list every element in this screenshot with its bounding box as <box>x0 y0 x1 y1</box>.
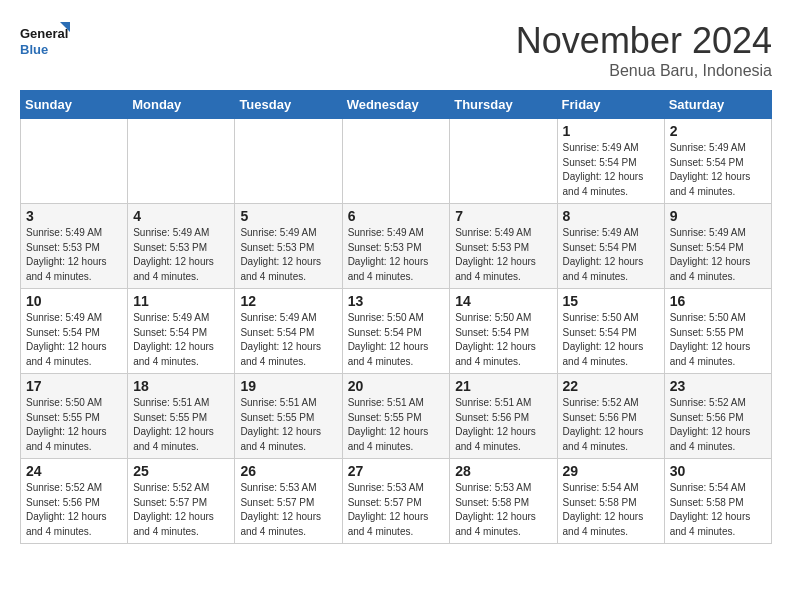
day-number: 13 <box>348 293 445 309</box>
calendar-cell: 29Sunrise: 5:54 AMSunset: 5:58 PMDayligh… <box>557 459 664 544</box>
day-number: 24 <box>26 463 122 479</box>
calendar-cell: 20Sunrise: 5:51 AMSunset: 5:55 PMDayligh… <box>342 374 450 459</box>
calendar-cell: 8Sunrise: 5:49 AMSunset: 5:54 PMDaylight… <box>557 204 664 289</box>
day-info: Sunrise: 5:50 AMSunset: 5:54 PMDaylight:… <box>455 311 551 369</box>
calendar-cell <box>128 119 235 204</box>
day-number: 16 <box>670 293 766 309</box>
day-number: 7 <box>455 208 551 224</box>
day-number: 28 <box>455 463 551 479</box>
day-number: 5 <box>240 208 336 224</box>
day-number: 17 <box>26 378 122 394</box>
day-info: Sunrise: 5:53 AMSunset: 5:57 PMDaylight:… <box>240 481 336 539</box>
day-info: Sunrise: 5:49 AMSunset: 5:53 PMDaylight:… <box>240 226 336 284</box>
day-number: 1 <box>563 123 659 139</box>
day-info: Sunrise: 5:49 AMSunset: 5:54 PMDaylight:… <box>670 226 766 284</box>
calendar-cell: 13Sunrise: 5:50 AMSunset: 5:54 PMDayligh… <box>342 289 450 374</box>
calendar-cell: 17Sunrise: 5:50 AMSunset: 5:55 PMDayligh… <box>21 374 128 459</box>
calendar-week-3: 10Sunrise: 5:49 AMSunset: 5:54 PMDayligh… <box>21 289 772 374</box>
weekday-header-tuesday: Tuesday <box>235 91 342 119</box>
day-info: Sunrise: 5:54 AMSunset: 5:58 PMDaylight:… <box>563 481 659 539</box>
page-header: General Blue November 2024 Benua Baru, I… <box>20 20 772 80</box>
day-info: Sunrise: 5:49 AMSunset: 5:53 PMDaylight:… <box>133 226 229 284</box>
weekday-header-wednesday: Wednesday <box>342 91 450 119</box>
day-number: 30 <box>670 463 766 479</box>
day-number: 12 <box>240 293 336 309</box>
day-number: 20 <box>348 378 445 394</box>
day-number: 19 <box>240 378 336 394</box>
calendar-cell: 25Sunrise: 5:52 AMSunset: 5:57 PMDayligh… <box>128 459 235 544</box>
day-number: 26 <box>240 463 336 479</box>
day-info: Sunrise: 5:49 AMSunset: 5:54 PMDaylight:… <box>563 141 659 199</box>
day-number: 15 <box>563 293 659 309</box>
day-info: Sunrise: 5:52 AMSunset: 5:56 PMDaylight:… <box>26 481 122 539</box>
weekday-header-saturday: Saturday <box>664 91 771 119</box>
day-info: Sunrise: 5:49 AMSunset: 5:54 PMDaylight:… <box>240 311 336 369</box>
month-title: November 2024 <box>516 20 772 62</box>
calendar-cell: 4Sunrise: 5:49 AMSunset: 5:53 PMDaylight… <box>128 204 235 289</box>
title-block: November 2024 Benua Baru, Indonesia <box>516 20 772 80</box>
day-number: 25 <box>133 463 229 479</box>
location-subtitle: Benua Baru, Indonesia <box>516 62 772 80</box>
day-number: 4 <box>133 208 229 224</box>
calendar-cell: 19Sunrise: 5:51 AMSunset: 5:55 PMDayligh… <box>235 374 342 459</box>
calendar-cell: 21Sunrise: 5:51 AMSunset: 5:56 PMDayligh… <box>450 374 557 459</box>
day-info: Sunrise: 5:49 AMSunset: 5:54 PMDaylight:… <box>670 141 766 199</box>
day-info: Sunrise: 5:49 AMSunset: 5:53 PMDaylight:… <box>26 226 122 284</box>
calendar-cell: 15Sunrise: 5:50 AMSunset: 5:54 PMDayligh… <box>557 289 664 374</box>
calendar-cell: 7Sunrise: 5:49 AMSunset: 5:53 PMDaylight… <box>450 204 557 289</box>
calendar-cell <box>21 119 128 204</box>
calendar-cell: 26Sunrise: 5:53 AMSunset: 5:57 PMDayligh… <box>235 459 342 544</box>
day-info: Sunrise: 5:49 AMSunset: 5:54 PMDaylight:… <box>133 311 229 369</box>
calendar-cell <box>235 119 342 204</box>
day-number: 23 <box>670 378 766 394</box>
svg-text:Blue: Blue <box>20 42 48 57</box>
calendar-cell <box>342 119 450 204</box>
calendar-cell: 10Sunrise: 5:49 AMSunset: 5:54 PMDayligh… <box>21 289 128 374</box>
weekday-header-sunday: Sunday <box>21 91 128 119</box>
day-number: 9 <box>670 208 766 224</box>
calendar-table: SundayMondayTuesdayWednesdayThursdayFrid… <box>20 90 772 544</box>
day-info: Sunrise: 5:51 AMSunset: 5:55 PMDaylight:… <box>240 396 336 454</box>
calendar-cell: 16Sunrise: 5:50 AMSunset: 5:55 PMDayligh… <box>664 289 771 374</box>
day-info: Sunrise: 5:52 AMSunset: 5:56 PMDaylight:… <box>563 396 659 454</box>
weekday-header-friday: Friday <box>557 91 664 119</box>
calendar-cell: 12Sunrise: 5:49 AMSunset: 5:54 PMDayligh… <box>235 289 342 374</box>
day-info: Sunrise: 5:49 AMSunset: 5:54 PMDaylight:… <box>563 226 659 284</box>
day-number: 8 <box>563 208 659 224</box>
day-info: Sunrise: 5:51 AMSunset: 5:55 PMDaylight:… <box>133 396 229 454</box>
day-number: 6 <box>348 208 445 224</box>
day-info: Sunrise: 5:54 AMSunset: 5:58 PMDaylight:… <box>670 481 766 539</box>
weekday-header-row: SundayMondayTuesdayWednesdayThursdayFrid… <box>21 91 772 119</box>
day-number: 10 <box>26 293 122 309</box>
day-info: Sunrise: 5:53 AMSunset: 5:58 PMDaylight:… <box>455 481 551 539</box>
day-number: 27 <box>348 463 445 479</box>
day-number: 21 <box>455 378 551 394</box>
calendar-week-4: 17Sunrise: 5:50 AMSunset: 5:55 PMDayligh… <box>21 374 772 459</box>
day-info: Sunrise: 5:49 AMSunset: 5:53 PMDaylight:… <box>348 226 445 284</box>
day-info: Sunrise: 5:50 AMSunset: 5:55 PMDaylight:… <box>670 311 766 369</box>
calendar-cell: 3Sunrise: 5:49 AMSunset: 5:53 PMDaylight… <box>21 204 128 289</box>
day-number: 2 <box>670 123 766 139</box>
day-info: Sunrise: 5:49 AMSunset: 5:53 PMDaylight:… <box>455 226 551 284</box>
calendar-week-2: 3Sunrise: 5:49 AMSunset: 5:53 PMDaylight… <box>21 204 772 289</box>
day-info: Sunrise: 5:51 AMSunset: 5:55 PMDaylight:… <box>348 396 445 454</box>
day-info: Sunrise: 5:50 AMSunset: 5:54 PMDaylight:… <box>348 311 445 369</box>
weekday-header-monday: Monday <box>128 91 235 119</box>
calendar-cell: 5Sunrise: 5:49 AMSunset: 5:53 PMDaylight… <box>235 204 342 289</box>
calendar-cell: 1Sunrise: 5:49 AMSunset: 5:54 PMDaylight… <box>557 119 664 204</box>
day-number: 29 <box>563 463 659 479</box>
day-info: Sunrise: 5:51 AMSunset: 5:56 PMDaylight:… <box>455 396 551 454</box>
calendar-cell: 11Sunrise: 5:49 AMSunset: 5:54 PMDayligh… <box>128 289 235 374</box>
day-info: Sunrise: 5:50 AMSunset: 5:55 PMDaylight:… <box>26 396 122 454</box>
day-info: Sunrise: 5:49 AMSunset: 5:54 PMDaylight:… <box>26 311 122 369</box>
day-info: Sunrise: 5:52 AMSunset: 5:56 PMDaylight:… <box>670 396 766 454</box>
day-number: 22 <box>563 378 659 394</box>
calendar-cell <box>450 119 557 204</box>
calendar-cell: 24Sunrise: 5:52 AMSunset: 5:56 PMDayligh… <box>21 459 128 544</box>
calendar-cell: 23Sunrise: 5:52 AMSunset: 5:56 PMDayligh… <box>664 374 771 459</box>
calendar-week-1: 1Sunrise: 5:49 AMSunset: 5:54 PMDaylight… <box>21 119 772 204</box>
day-info: Sunrise: 5:52 AMSunset: 5:57 PMDaylight:… <box>133 481 229 539</box>
calendar-cell: 22Sunrise: 5:52 AMSunset: 5:56 PMDayligh… <box>557 374 664 459</box>
day-number: 14 <box>455 293 551 309</box>
day-info: Sunrise: 5:53 AMSunset: 5:57 PMDaylight:… <box>348 481 445 539</box>
